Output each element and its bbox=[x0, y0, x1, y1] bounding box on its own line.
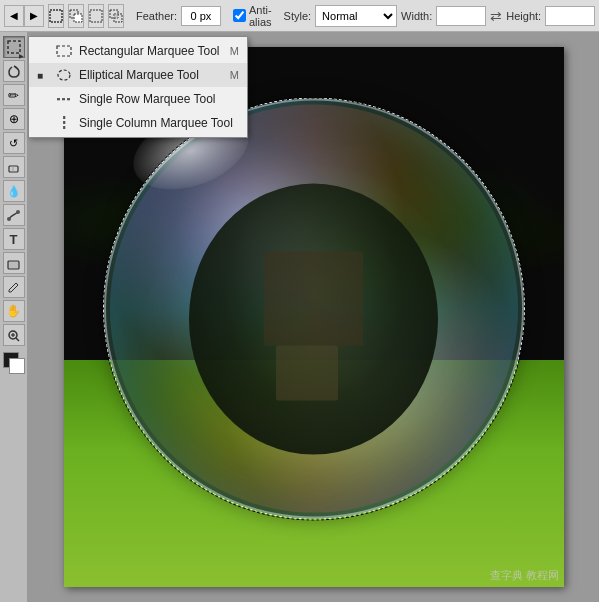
bubble-sphere bbox=[104, 99, 524, 519]
elliptical-marquee-icon bbox=[55, 66, 73, 84]
dropdown-item-single-column-label: Single Column Marquee Tool bbox=[79, 116, 233, 130]
tool-stamp[interactable]: ⊕ bbox=[3, 108, 25, 130]
antialias-label: Anti-alias bbox=[249, 4, 272, 28]
intersect-selection-button[interactable] bbox=[108, 4, 124, 28]
watermark: 查字典 教程网 bbox=[490, 568, 559, 583]
tools-panel: ▶ ✏ ⊕ ↺ 💧 T bbox=[0, 32, 28, 602]
dropdown-item-single-row-label: Single Row Marquee Tool bbox=[79, 92, 216, 106]
tool-hand[interactable]: ✋ bbox=[3, 300, 25, 322]
swap-icon[interactable]: ⇄ bbox=[490, 8, 502, 24]
single-column-marquee-icon bbox=[55, 114, 73, 132]
new-selection-button[interactable] bbox=[48, 4, 64, 28]
feather-label: Feather: bbox=[136, 10, 177, 22]
style-select[interactable]: Normal Fixed Ratio Fixed Size bbox=[315, 5, 397, 27]
dropdown-item-single-column[interactable]: Single Column Marquee Tool bbox=[29, 111, 247, 135]
dropdown-elliptical-shortcut: M bbox=[230, 69, 239, 81]
tool-eyedropper[interactable] bbox=[3, 276, 25, 298]
svg-rect-7 bbox=[114, 14, 118, 18]
forward-button[interactable]: ▶ bbox=[24, 5, 44, 27]
dropdown-item-rectangular-label: Rectangular Marquee Tool bbox=[79, 44, 220, 58]
svg-point-19 bbox=[58, 70, 70, 80]
svg-rect-13 bbox=[8, 261, 19, 269]
svg-rect-0 bbox=[50, 10, 62, 22]
width-label: Width: bbox=[401, 10, 432, 22]
tool-marquee[interactable]: ▶ bbox=[3, 36, 25, 58]
style-label: Style: bbox=[284, 10, 312, 22]
subtract-selection-button[interactable] bbox=[88, 4, 104, 28]
reflected-building bbox=[264, 251, 364, 346]
height-input[interactable] bbox=[545, 6, 595, 26]
tool-dropdown-menu: Rectangular Marquee Tool M ■ Elliptical … bbox=[28, 36, 248, 138]
tool-blur[interactable]: 💧 bbox=[3, 180, 25, 202]
svg-rect-4 bbox=[93, 13, 99, 19]
height-label: Height: bbox=[506, 10, 541, 22]
tool-brush[interactable]: ✏ bbox=[3, 84, 25, 106]
dropdown-check-elliptical: ■ bbox=[37, 70, 49, 81]
back-button[interactable]: ◀ bbox=[4, 5, 24, 27]
dropdown-rectangular-shortcut: M bbox=[230, 45, 239, 57]
tool-type[interactable]: T bbox=[3, 228, 25, 250]
svg-point-11 bbox=[7, 217, 11, 221]
add-selection-button[interactable] bbox=[68, 4, 84, 28]
tool-history-brush[interactable]: ↺ bbox=[3, 132, 25, 154]
dropdown-item-single-row[interactable]: Single Row Marquee Tool bbox=[29, 87, 247, 111]
single-row-marquee-icon bbox=[55, 90, 73, 108]
tool-zoom[interactable] bbox=[3, 324, 25, 346]
feather-input[interactable] bbox=[181, 6, 221, 26]
main-toolbar: ◀ ▶ Feather: Anti-alias Style: bbox=[0, 0, 599, 32]
fg-bg-colors bbox=[3, 352, 25, 374]
antialias-checkbox[interactable] bbox=[233, 9, 246, 22]
antialias-group: Anti-alias bbox=[233, 4, 272, 28]
bubble-reflection bbox=[189, 184, 439, 454]
reflected-car bbox=[276, 346, 338, 400]
tool-shape[interactable] bbox=[3, 252, 25, 274]
tool-eraser[interactable] bbox=[3, 156, 25, 178]
svg-point-12 bbox=[16, 210, 20, 214]
svg-rect-2 bbox=[74, 14, 82, 22]
width-input[interactable] bbox=[436, 6, 486, 26]
nav-arrows: ◀ ▶ bbox=[4, 5, 44, 27]
tool-lasso[interactable] bbox=[3, 60, 25, 82]
tool-path[interactable] bbox=[3, 204, 25, 226]
dropdown-item-elliptical-label: Elliptical Marquee Tool bbox=[79, 68, 199, 82]
rectangular-marquee-icon bbox=[55, 42, 73, 60]
background-color[interactable] bbox=[9, 358, 25, 374]
dropdown-item-rectangular[interactable]: Rectangular Marquee Tool M bbox=[29, 39, 247, 63]
svg-line-15 bbox=[16, 338, 19, 341]
svg-rect-18 bbox=[57, 46, 71, 56]
dropdown-item-elliptical[interactable]: ■ Elliptical Marquee Tool M bbox=[29, 63, 247, 87]
